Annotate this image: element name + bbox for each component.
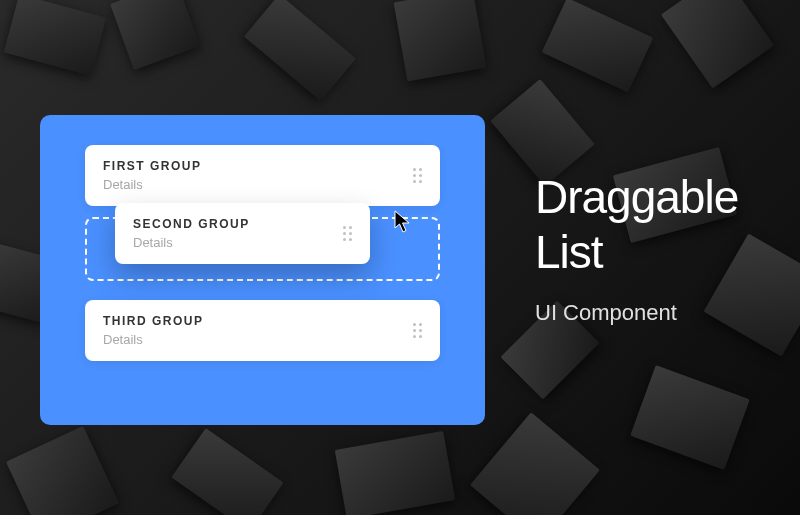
list-item[interactable]: FIRST GROUP Details (85, 145, 440, 206)
page-subtitle: UI Component (535, 300, 738, 326)
draggable-list-panel: FIRST GROUP Details SECOND GROUP Details… (40, 115, 485, 425)
list-item-content: FIRST GROUP Details (103, 159, 202, 192)
list-item-dragging[interactable]: SECOND GROUP Details (115, 203, 370, 264)
list-item-subtitle: Details (133, 235, 250, 250)
drag-handle-icon[interactable] (343, 226, 352, 241)
heading-area: Draggable List UI Component (535, 170, 738, 326)
drag-handle-icon[interactable] (413, 168, 422, 183)
list-item-subtitle: Details (103, 332, 204, 347)
list-item[interactable]: THIRD GROUP Details (85, 300, 440, 361)
page-title: Draggable List (535, 170, 738, 280)
list-item-content: THIRD GROUP Details (103, 314, 204, 347)
cursor-icon (394, 210, 414, 234)
list-item-title: SECOND GROUP (133, 217, 250, 231)
list-item-title: THIRD GROUP (103, 314, 204, 328)
list-item-content: SECOND GROUP Details (133, 217, 250, 250)
list-item-subtitle: Details (103, 177, 202, 192)
drag-handle-icon[interactable] (413, 323, 422, 338)
list-item-title: FIRST GROUP (103, 159, 202, 173)
